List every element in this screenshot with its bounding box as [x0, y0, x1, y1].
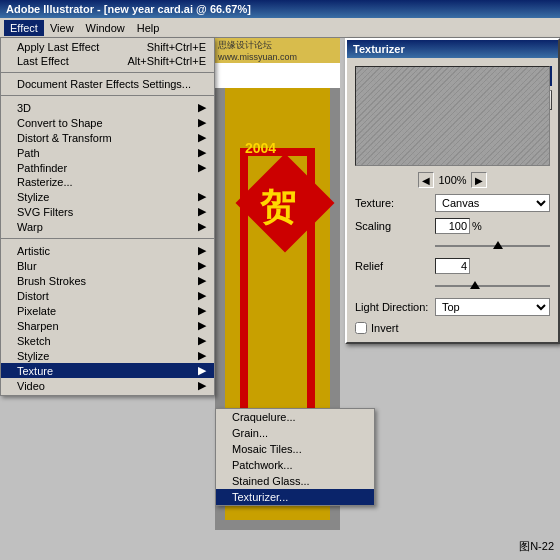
divider-1 — [1, 72, 214, 73]
invert-row: Invert — [355, 322, 550, 334]
scaling-label: Scaling — [355, 220, 435, 232]
preview-texture — [356, 67, 549, 165]
menu-doc-raster[interactable]: Document Raster Effects Settings... — [1, 77, 214, 91]
menu-pathfinder[interactable]: Pathfinder ▶ — [1, 160, 214, 175]
dialog-body: OK Cancel ◀ 100% ▶ Texture: Brick Burlap… — [347, 58, 558, 342]
submenu-mosaic-tiles[interactable]: Mosaic Tiles... — [216, 441, 374, 457]
menu-window[interactable]: Window — [80, 20, 131, 36]
divider-2 — [1, 95, 214, 96]
texture-label: Texture: — [355, 197, 435, 209]
scaling-slider-thumb[interactable] — [493, 241, 503, 249]
menu-distort-transform[interactable]: Distort & Transform ▶ — [1, 130, 214, 145]
zoom-level: 100% — [438, 174, 466, 186]
title-text: Adobe Illustrator - [new year card.ai @ … — [6, 3, 251, 15]
submenu-stained-glass[interactable]: Stained Glass... — [216, 473, 374, 489]
menu-blur[interactable]: Blur ▶ — [1, 258, 214, 273]
menu-sharpen[interactable]: Sharpen ▶ — [1, 318, 214, 333]
bottom-label: 图N-22 — [519, 539, 554, 554]
menu-stylize2[interactable]: Stylize ▶ — [1, 348, 214, 363]
menu-sketch[interactable]: Sketch ▶ — [1, 333, 214, 348]
menu-convert-shape[interactable]: Convert to Shape ▶ — [1, 115, 214, 130]
dialog-title: Texturizer — [347, 40, 558, 58]
menu-pixelate[interactable]: Pixelate ▶ — [1, 303, 214, 318]
scaling-row: Scaling % — [355, 218, 550, 234]
menu-bar: Effect View Window Help — [0, 18, 560, 38]
relief-slider-row — [355, 280, 550, 292]
effect-dropdown: Apply Last Effect Shift+Ctrl+E Last Effe… — [0, 38, 215, 396]
menu-effect[interactable]: Effect — [4, 20, 44, 36]
menu-rasterize[interactable]: Rasterize... — [1, 175, 214, 189]
menu-apply-last[interactable]: Apply Last Effect Shift+Ctrl+E — [1, 40, 214, 54]
relief-label: Relief — [355, 260, 435, 272]
scaling-slider-track[interactable] — [435, 240, 550, 252]
card-character: 贺 — [260, 183, 296, 232]
light-direction-select[interactable]: Top Top Left Top Right Bottom Bottom Lef… — [435, 298, 550, 316]
scaling-unit: % — [472, 220, 482, 232]
light-direction-row: Light Direction: Top Top Left Top Right … — [355, 298, 550, 316]
menu-warp[interactable]: Warp ▶ — [1, 219, 214, 234]
relief-slider-thumb[interactable] — [470, 281, 480, 289]
menu-view[interactable]: View — [44, 20, 80, 36]
relief-input[interactable] — [435, 258, 470, 274]
submenu-grain[interactable]: Grain... — [216, 425, 374, 441]
menu-last-effect[interactable]: Last Effect Alt+Shift+Ctrl+E — [1, 54, 214, 68]
preview-area — [355, 66, 550, 166]
menu-video[interactable]: Video ▶ — [1, 378, 214, 393]
zoom-row: ◀ 100% ▶ — [355, 172, 550, 188]
main-content: Apply Last Effect Shift+Ctrl+E Last Effe… — [0, 38, 560, 560]
menu-3d[interactable]: 3D ▶ — [1, 100, 214, 115]
menu-svg-filters[interactable]: SVG Filters ▶ — [1, 204, 214, 219]
watermark: 思缘设计论坛 www.missyuan.com — [215, 38, 340, 63]
relief-slider-line — [435, 285, 550, 287]
invert-label: Invert — [371, 322, 399, 334]
texture-select[interactable]: Brick Burlap Canvas Sandstone — [435, 194, 550, 212]
relief-row: Relief — [355, 258, 550, 274]
card-year: 2004 — [245, 140, 276, 156]
scaling-slider-line — [435, 245, 550, 247]
scaling-slider-row — [355, 240, 550, 252]
texture-submenu: Craquelure... Grain... Mosaic Tiles... P… — [215, 408, 375, 506]
light-direction-label: Light Direction: — [355, 301, 435, 313]
menu-distort[interactable]: Distort ▶ — [1, 288, 214, 303]
zoom-in-button[interactable]: ▶ — [471, 172, 487, 188]
zoom-out-button[interactable]: ◀ — [418, 172, 434, 188]
texturizer-dialog: Texturizer OK Cancel ◀ 100% ▶ Texture: — [345, 38, 560, 344]
submenu-patchwork[interactable]: Patchwork... — [216, 457, 374, 473]
submenu-craquelure[interactable]: Craquelure... — [216, 409, 374, 425]
texture-row: Texture: Brick Burlap Canvas Sandstone — [355, 194, 550, 212]
menu-path[interactable]: Path ▶ — [1, 145, 214, 160]
submenu-texturizer[interactable]: Texturizer... — [216, 489, 374, 505]
menu-help[interactable]: Help — [131, 20, 166, 36]
menu-texture[interactable]: Texture ▶ — [1, 363, 214, 378]
title-bar: Adobe Illustrator - [new year card.ai @ … — [0, 0, 560, 18]
menu-artistic[interactable]: Artistic ▶ — [1, 243, 214, 258]
scaling-input[interactable] — [435, 218, 470, 234]
divider-3 — [1, 238, 214, 239]
invert-checkbox[interactable] — [355, 322, 367, 334]
relief-slider-track[interactable] — [435, 280, 550, 292]
menu-stylize[interactable]: Stylize ▶ — [1, 189, 214, 204]
menu-brush-strokes[interactable]: Brush Strokes ▶ — [1, 273, 214, 288]
